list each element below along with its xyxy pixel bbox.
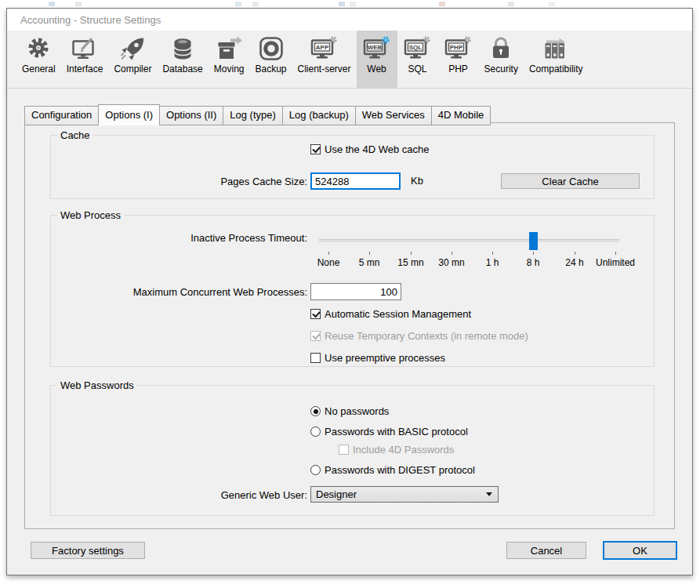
tab-options-1[interactable]: Options (I)	[98, 104, 160, 125]
slider-tick	[533, 252, 534, 255]
toolbar-item-sql[interactable]: SQL SQL	[397, 31, 438, 88]
digest-protocol-label: Passwords with DIGEST protocol	[325, 464, 475, 476]
automatic-session-row: Automatic Session Management	[310, 308, 471, 320]
slider-tick	[452, 252, 452, 255]
slider-tick	[492, 252, 493, 255]
toolbar-label: Compatibility	[529, 64, 583, 74]
pages-cache-size-input[interactable]	[310, 172, 401, 190]
toolbar-label: Security	[484, 64, 518, 74]
use-4d-web-cache-row: Use the 4D Web cache	[310, 143, 429, 155]
toolbar-label: General	[22, 64, 56, 74]
tab-configuration[interactable]: Configuration	[24, 106, 99, 125]
slider-tick	[411, 252, 412, 255]
toolbar-label: Backup	[255, 64, 286, 74]
rocket-icon	[118, 34, 147, 63]
box-arrow-icon	[214, 34, 244, 63]
svg-text:WEB: WEB	[367, 44, 382, 51]
cache-group-legend: Cache	[57, 129, 93, 141]
toolbar-label: Database	[162, 64, 202, 74]
basic-protocol-radio[interactable]	[310, 426, 321, 437]
toolbar-label: Compiler	[114, 64, 151, 74]
database-icon	[168, 34, 198, 63]
no-passwords-row: No passwords	[310, 405, 389, 417]
automatic-session-checkbox[interactable]	[310, 309, 321, 319]
ok-button[interactable]: OK	[603, 541, 677, 560]
factory-settings-button[interactable]: Factory settings	[31, 542, 145, 559]
timeout-slider-track[interactable]	[319, 239, 619, 242]
digest-protocol-row: Passwords with DIGEST protocol	[310, 464, 475, 476]
toolbar-item-database[interactable]: Database	[157, 31, 208, 88]
toolbar-item-security[interactable]: Security	[479, 31, 524, 88]
tab-log-backup[interactable]: Log (backup)	[283, 106, 356, 125]
pages-cache-size-unit: Kb	[411, 175, 423, 187]
sql-monitor-gear-icon: SQL	[403, 34, 433, 63]
toolbar-label: Client-server	[298, 64, 351, 74]
toolbar-label: SQL	[408, 64, 427, 74]
max-concurrent-processes-label: Maximum Concurrent Web Processes:	[72, 286, 307, 298]
inactive-process-timeout-label: Inactive Process Timeout:	[72, 232, 307, 244]
max-concurrent-processes-input[interactable]	[310, 283, 401, 300]
reuse-contexts-checkbox	[310, 331, 321, 341]
automatic-session-label: Automatic Session Management	[325, 308, 471, 320]
tab-web-services[interactable]: Web Services	[356, 106, 432, 125]
slider-tick	[369, 252, 370, 255]
gear-icon	[24, 34, 53, 63]
preemptive-processes-label: Use preemptive processes	[325, 352, 445, 364]
svg-text:APP: APP	[315, 44, 328, 51]
toolbar-item-general[interactable]: General	[16, 31, 61, 88]
slider-tick	[615, 252, 616, 255]
toolbar-item-moving[interactable]: Moving	[209, 31, 250, 88]
include-4d-passwords-checkbox	[339, 445, 349, 455]
toolbar-label: PHP	[448, 64, 468, 74]
padlock-icon	[486, 34, 516, 63]
no-passwords-label: No passwords	[325, 405, 389, 417]
toolbar-item-backup[interactable]: Backup	[249, 31, 292, 88]
toolbar-label: Moving	[214, 64, 245, 74]
digest-protocol-radio[interactable]	[310, 465, 321, 475]
timeout-slider-thumb[interactable]	[529, 232, 538, 250]
app-monitor-gear-icon: APP	[310, 34, 339, 63]
options-1-tab-panel: Cache Use the 4D Web cache Pages Cache S…	[24, 122, 675, 529]
use-4d-web-cache-label: Use the 4D Web cache	[325, 143, 429, 155]
clear-cache-button[interactable]: Clear Cache	[501, 173, 640, 189]
reuse-contexts-label: Reuse Temporary Contexts (in remote mode…	[325, 330, 528, 342]
slider-tick	[328, 252, 329, 255]
reuse-contexts-row: Reuse Temporary Contexts (in remote mode…	[310, 330, 528, 342]
use-4d-web-cache-checkbox[interactable]	[310, 144, 321, 154]
toolbar-item-compatibility[interactable]: Compatibility	[524, 31, 589, 88]
toolbar-label: Interface	[67, 64, 103, 74]
toolbar-label: Web	[367, 64, 386, 74]
monitor-pencil-icon	[70, 34, 100, 63]
title-bar: Accounting - Structure Settings	[7, 9, 692, 31]
basic-protocol-row: Passwords with BASIC protocol	[310, 426, 468, 437]
cancel-button[interactable]: Cancel	[506, 542, 586, 559]
web-process-group-legend: Web Process	[57, 209, 124, 221]
tab-options-2[interactable]: Options (II)	[160, 106, 223, 125]
web-passwords-group-legend: Web Passwords	[57, 379, 137, 391]
toolbar-item-php[interactable]: PHP PHP	[438, 31, 479, 88]
generic-web-user-label: Generic Web User:	[72, 489, 307, 501]
generic-web-user-dropdown[interactable]: Designer	[310, 486, 499, 503]
slider-tick	[575, 252, 575, 255]
slider-tick-label: Unlimited	[587, 257, 644, 268]
structure-settings-dialog: Accounting - Structure Settings General	[6, 8, 693, 575]
svg-text:SQL: SQL	[408, 44, 422, 51]
no-passwords-radio[interactable]	[310, 406, 321, 416]
include-4d-passwords-label: Include 4D Passwords	[353, 444, 454, 456]
tab-log-type[interactable]: Log (type)	[223, 106, 283, 125]
toolbar-item-client-server[interactable]: APP Client-server	[292, 31, 357, 88]
preemptive-processes-checkbox[interactable]	[310, 353, 321, 363]
settings-tab-bar: Configuration Options (I) Options (II) L…	[24, 106, 491, 125]
lifebuoy-icon	[256, 34, 286, 63]
php-monitor-gear-icon: PHP	[444, 34, 473, 63]
toolbar-item-web[interactable]: WEB Web	[357, 31, 397, 88]
basic-protocol-label: Passwords with BASIC protocol	[325, 426, 468, 437]
toolbar-item-interface[interactable]: Interface	[61, 31, 109, 88]
tab-4d-mobile[interactable]: 4D Mobile	[432, 106, 491, 125]
svg-text:PHP: PHP	[449, 44, 462, 51]
window-title: Accounting - Structure Settings	[7, 9, 692, 26]
settings-toolbar: General Interface	[7, 31, 692, 89]
background-clutter	[0, 0, 700, 8]
include-4d-passwords-row: Include 4D Passwords	[339, 444, 454, 456]
toolbar-item-compiler[interactable]: Compiler	[108, 31, 157, 88]
